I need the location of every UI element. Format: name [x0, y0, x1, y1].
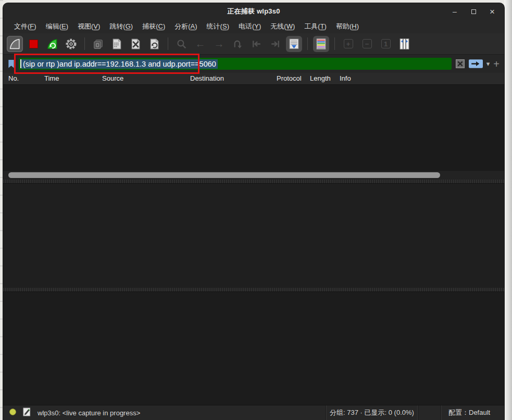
expert-info-icon[interactable] — [9, 409, 16, 417]
last-packet-button — [267, 36, 283, 52]
wireshark-window: 正在捕获 wlp3s0 –× 文件(F)编辑(E)视图(V)跳转(G)捕获(C)… — [3, 3, 504, 420]
go-to-packet-button — [230, 36, 246, 52]
pane-splitter-1[interactable] — [3, 180, 504, 183]
maximize-button[interactable] — [468, 6, 479, 17]
titlebar[interactable]: 正在捕获 wlp3s0 –× — [3, 3, 504, 20]
scrollbar-thumb[interactable] — [8, 172, 440, 178]
status-bar: wlp3s0: <live capture in progress> 分组: 7… — [3, 405, 504, 420]
resize-columns-button[interactable] — [396, 36, 413, 52]
go-forward-button: → — [211, 36, 227, 52]
column-header-source[interactable]: Source — [102, 74, 123, 82]
go-back-button: ← — [192, 36, 208, 52]
stop-capture-button[interactable] — [26, 36, 42, 52]
column-header-no[interactable]: No. — [8, 74, 19, 82]
close-file-button[interactable] — [128, 36, 144, 52]
zoom-normal-button: 1 — [378, 36, 394, 52]
menu-statistics[interactable]: 统计(S) — [202, 20, 234, 33]
column-header-destination[interactable]: Destination — [190, 74, 224, 82]
filter-bar: (sip or rtp )and ip.addr==192.168.1.3 an… — [3, 55, 504, 73]
status-left: wlp3s0: <live capture in progress> — [9, 405, 140, 420]
menu-go[interactable]: 跳转(G) — [105, 20, 138, 33]
menu-wireless[interactable]: 无线(W) — [266, 20, 299, 33]
save-file-button[interactable] — [109, 36, 125, 52]
filter-dropdown-button[interactable]: ▾ — [486, 60, 490, 68]
menu-capture[interactable]: 捕获(C) — [138, 20, 170, 33]
desktop-background-right — [504, 0, 512, 420]
column-header-protocol[interactable]: Protocol — [277, 74, 302, 82]
menu-file[interactable]: 文件(F) — [9, 20, 41, 33]
colorize-button[interactable] — [313, 36, 329, 52]
profile-text: 配置：Default — [448, 408, 490, 417]
window-title: 正在捕获 wlp3s0 — [227, 7, 280, 16]
filter-expression-text: (sip or rtp )and ip.addr==192.168.1.3 an… — [21, 59, 218, 69]
zoom-out-button: − — [359, 36, 375, 52]
filter-buttons: ▾+ — [455, 59, 499, 69]
find-packet-button — [173, 36, 190, 52]
open-file-button[interactable] — [90, 36, 106, 52]
toolbar-separator — [307, 37, 308, 50]
capture-options-button[interactable] — [63, 36, 79, 52]
toolbar-separator — [334, 37, 335, 50]
menu-help[interactable]: 帮助(H) — [331, 20, 364, 33]
menu-analyze[interactable]: 分析(A) — [170, 20, 202, 33]
display-filter-input[interactable]: (sip or rtp )and ip.addr==192.168.1.3 an… — [19, 58, 452, 70]
restart-capture-button[interactable] — [44, 36, 60, 52]
packet-bytes-pane[interactable] — [3, 291, 504, 405]
menu-bar: 文件(F)编辑(E)视图(V)跳转(G)捕获(C)分析(A)统计(S)电话(Y)… — [3, 20, 504, 33]
menu-telephony[interactable]: 电话(Y) — [234, 20, 266, 33]
packet-details-pane[interactable] — [3, 183, 504, 288]
menu-view[interactable]: 视图(V) — [73, 20, 105, 33]
close-button[interactable]: × — [486, 6, 498, 17]
column-header-info[interactable]: Info — [340, 74, 351, 82]
window-controls: –× — [449, 3, 498, 20]
main-toolbar: ←→+−1 — [3, 33, 504, 55]
packet-counts-text: 分组: 737 · 已显示: 0 (0.0%) — [330, 408, 414, 417]
pane-splitter-2[interactable] — [3, 288, 504, 291]
first-packet-button — [248, 36, 265, 52]
filter-bookmark-icon[interactable] — [7, 59, 15, 69]
packet-list-pane[interactable] — [3, 85, 504, 170]
reload-file-button[interactable] — [146, 36, 163, 52]
start-capture-button[interactable] — [7, 36, 23, 52]
zoom-in-button: + — [340, 36, 356, 52]
column-header-time[interactable]: Time — [44, 74, 59, 82]
minimize-button[interactable]: – — [449, 6, 460, 17]
filter-add-button[interactable]: + — [493, 59, 499, 69]
toolbar-separator — [168, 37, 168, 50]
column-header-length[interactable]: Length — [310, 74, 331, 82]
capture-comment-icon[interactable] — [22, 407, 32, 418]
toolbar-separator — [84, 37, 85, 50]
menu-tools[interactable]: 工具(T) — [299, 20, 331, 33]
menu-edit[interactable]: 编辑(E) — [41, 20, 73, 33]
auto-scroll-button[interactable] — [286, 36, 302, 52]
horizontal-scrollbar[interactable] — [3, 170, 504, 180]
filter-clear-button[interactable] — [455, 59, 465, 69]
filter-apply-button[interactable] — [469, 59, 483, 68]
packet-counts-section: 分组: 737 · 已显示: 0 (0.0%) — [326, 405, 418, 420]
profile-section[interactable]: 配置：Default — [441, 405, 504, 420]
packet-list-header: No.TimeSourceDestinationProtocolLengthIn… — [3, 73, 504, 85]
interface-status-text: wlp3s0: <live capture in progress> — [38, 409, 140, 417]
